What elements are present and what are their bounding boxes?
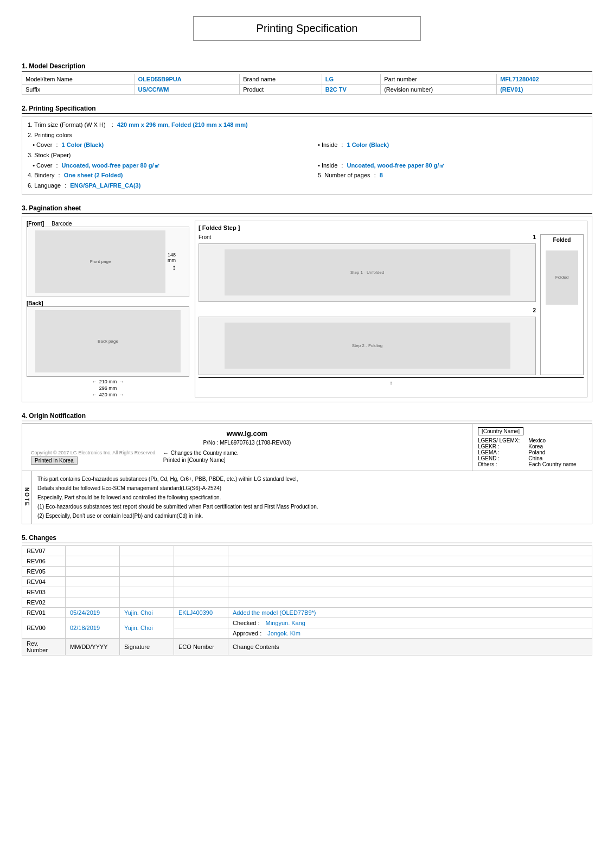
approved-by: Jongok. Kim [267,630,300,636]
footer-eco: ECO Number [174,638,228,655]
section-changes: 5. Changes REV07 REV06 REV05 REV04 [22,534,592,655]
language-label: 6. Language [28,182,61,189]
section-pagination: 3. Pagination sheet [Front] Barcode Fron… [22,204,592,402]
inside-colon: : [341,142,343,148]
step-header: Front 1 [199,234,536,240]
step2-spacer [199,307,528,313]
rev02-num: REV02 [22,597,66,607]
changes-row-rev00-a: REV00 02/18/2019 Yujin. Choi Checked : M… [22,618,592,628]
inside-paper-right: • Inside : Uncoated, wood-free paper 80 … [318,160,586,171]
bindery-pages-row: 4. Bindery : One sheet (2 Folded) 5. Num… [28,170,586,181]
printing-colors-row: 2. Printing colors [28,130,586,140]
approved-label: Approved : [233,630,261,636]
language-colon: : [65,182,66,189]
inside-color-value: 1 Color (Black) [347,142,389,148]
country-table: LGERS/ LGEMX: Mexico LGEKR : Korea LGEMA… [478,438,586,467]
rev04-change [228,576,592,587]
dim-210-value: 210 mm [99,379,117,384]
rev03-change [228,587,592,597]
brand-value: LG [322,74,380,85]
arrow-down: ↕ [172,263,176,272]
cover-paper-label: • Cover [28,162,52,169]
folded-step-panel: [ Folded Step ] Front 1 Step 1 - Unfolde… [195,221,587,397]
note-line-0: This part contains Eco-hazardous substan… [37,474,586,484]
rev02-change [228,597,592,607]
country-region-2: LGEMA : [478,449,528,455]
bindery-label: 4. Bindery [28,172,55,178]
country-row-4: Others : Each Country name [478,461,586,467]
arrow-right-420: → [119,392,124,397]
rev07-sig [120,545,174,556]
cover-color-value: 1 Color (Black) [62,142,104,148]
origin-pno: P/No : MFL69707613 (1708-REV03) [31,440,463,446]
cover-colon: : [56,142,57,148]
pagination-content: [Front] Barcode Front page 148 mm ↕ [Bac… [27,221,587,397]
checked-by: Mingyun. Kang [266,620,305,626]
full-size-indicator: ↕ [199,377,584,385]
changes-row-rev05: REV05 [22,566,592,576]
rev02-sig [120,597,174,607]
origin-container: www.lg.com P/No : MFL69707613 (1708-REV0… [22,423,592,471]
country-name-box: [Country Name] [478,427,523,435]
step2-diagram: Step 2 - Folding [225,323,510,369]
front-content-box: Front page [35,230,165,293]
bindery-value: One sheet (2 Folded) [64,172,123,178]
rev01-eco: EKLJ400390 [174,607,228,618]
colors-detail-row: • Cover : 1 Color (Black) • Inside : 1 C… [28,140,586,150]
rev07-date [66,545,120,556]
arrow-left-420: ← [92,392,97,397]
country-value-0: Mexico [528,438,586,443]
rev02-date [66,597,120,607]
step1-num: 1 [533,234,536,240]
origin-url: www.lg.com [31,429,463,438]
section4-title: 4. Origin Notification [22,412,592,421]
origin-left-panel: www.lg.com P/No : MFL69707613 (1708-REV0… [22,424,472,471]
dim-296-row: 296 mm [27,385,189,391]
footer-change: Change Contents [228,638,592,655]
rev00-change-a: Checked : Mingyun. Kang [228,618,592,628]
section5-title: 5. Changes [22,534,592,543]
pages-value: 8 [380,172,383,178]
dim-148-label: 148 mm [168,252,181,263]
country-value-3: China [528,455,586,461]
rev04-date [66,576,120,587]
revision-value: (REV01) [497,85,592,95]
country-row-3: LGEND : China [478,455,586,461]
front-back-panel: [Front] Barcode Front page 148 mm ↕ [Bac… [27,221,189,397]
step2-num: 2 [533,307,536,313]
country-region-0: LGERS/ LGEMX: [478,438,528,443]
rev00-num: REV00 [22,618,66,638]
full-arrow-indicator: ↕ [390,380,393,385]
arrow-text2: Printed in [Country Name] [163,457,239,463]
rev01-num: REV01 [22,607,66,618]
trim-size-row: 1. Trim size (Format) (W X H) : 420 mm x… [28,120,586,130]
trim-arrow: : [112,121,113,128]
step2-header: 2 [199,307,536,313]
front-diagram-area: Front page 148 mm ↕ [27,227,189,297]
footer-date: MM/DD/YYYY [66,638,120,655]
inside-color-right: • Inside : 1 Color (Black) [318,140,586,150]
rev06-sig [120,556,174,566]
revision-label: (Revision number) [381,85,497,95]
trim-label: 1. Trim size (Format) (W X H) [28,121,106,128]
arrow-right-210: → [119,379,124,384]
changes-row-rev03: REV03 [22,587,592,597]
changes-row-rev02: REV02 [22,597,592,607]
model-table: Model/Item Name OLED55B9PUA Brand name L… [22,74,592,95]
folded-step-content: Front 1 Step 1 - Unfolded 2 Step 2 - Fol… [199,234,584,375]
pages-label: 5. Number of pages [318,172,370,178]
rev03-eco [174,587,228,597]
step2-box: Step 2 - Folding [199,317,536,375]
part-number-label: Part number [381,74,497,85]
changes-row-rev04: REV04 [22,576,592,587]
bindery-colon: : [59,172,60,178]
inside-paper-value: Uncoated, wood-free paper 80 g/㎡ [347,162,445,169]
suffix-label: Suffix [22,85,135,95]
note-container: NOTE This part contains Eco-hazardous su… [22,471,592,524]
cover-paper-colon: : [56,162,57,169]
rev04-num: REV04 [22,576,66,587]
note-line-3: (1) Eco-hazardous substances test report… [37,502,586,511]
inside-label: • Inside [318,142,337,148]
arrow-icon1: ← [163,450,169,456]
arrow-left-210: ← [92,379,97,384]
